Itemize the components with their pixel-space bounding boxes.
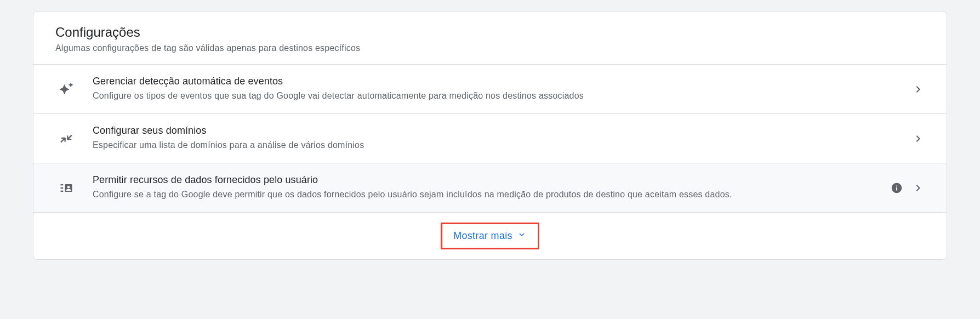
row-actions (911, 132, 925, 145)
info-icon[interactable] (891, 182, 903, 194)
row-actions (911, 83, 925, 96)
row-description: Configure se a tag do Google deve permit… (93, 188, 880, 201)
settings-row[interactable]: Gerenciar detecção automática de eventos… (33, 64, 947, 113)
svg-rect-0 (61, 184, 64, 185)
row-description: Especificar uma lista de domínios para a… (93, 139, 901, 152)
chevron-right-icon (911, 83, 925, 96)
row-content: Configurar seus domíniosEspecificar uma … (93, 125, 901, 152)
settings-row[interactable]: Permitir recursos de dados fornecidos pe… (33, 163, 947, 212)
row-content: Permitir recursos de dados fornecidos pe… (93, 174, 880, 201)
row-title: Configurar seus domínios (93, 125, 901, 136)
chevron-right-icon (911, 132, 925, 145)
settings-card: Configurações Algumas configurações de t… (33, 11, 947, 260)
row-actions (891, 181, 925, 195)
svg-rect-1 (61, 187, 64, 188)
chevron-right-icon (911, 181, 925, 195)
sparkle-icon (55, 82, 77, 97)
arrows-in-icon (55, 131, 77, 146)
row-content: Gerenciar detecção automática de eventos… (93, 76, 901, 102)
svg-rect-2 (61, 190, 64, 191)
row-title: Permitir recursos de dados fornecidos pe… (93, 174, 880, 186)
card-subtitle: Algumas configurações de tag são válidas… (55, 43, 925, 53)
row-title: Gerenciar detecção automática de eventos (93, 76, 901, 87)
card-header: Configurações Algumas configurações de t… (33, 12, 947, 64)
show-more-button[interactable]: Mostrar mais (441, 223, 539, 249)
card-title: Configurações (55, 25, 925, 40)
show-more-row: Mostrar mais (33, 212, 947, 259)
row-description: Configure os tipos de eventos que sua ta… (93, 89, 901, 102)
svg-point-4 (67, 185, 70, 188)
user-data-icon (55, 180, 77, 196)
show-more-label: Mostrar mais (453, 230, 512, 242)
chevron-down-icon (517, 230, 527, 242)
settings-row[interactable]: Configurar seus domíniosEspecificar uma … (33, 113, 947, 163)
